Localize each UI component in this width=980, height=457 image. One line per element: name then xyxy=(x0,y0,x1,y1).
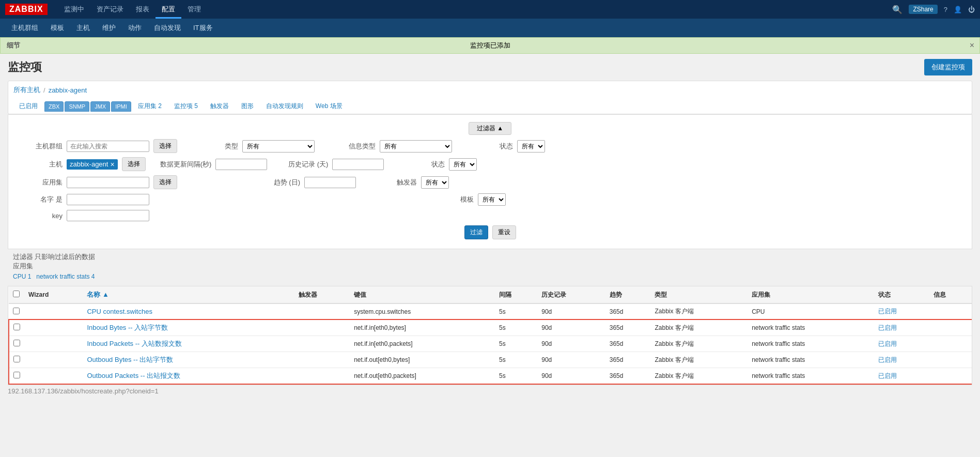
filter-type-select[interactable]: 所有 xyxy=(242,140,315,153)
tab-monitor-items[interactable]: 监控项 5 xyxy=(168,99,204,114)
filter-host-group-select-btn[interactable]: 选择 xyxy=(153,139,177,153)
td-info xyxy=(929,368,972,385)
tab-app-set[interactable]: 应用集 2 xyxy=(132,99,167,114)
th-type: 类型 xyxy=(650,286,748,303)
td-app-set: CPU xyxy=(748,303,874,319)
second-nav-maintenance[interactable]: 维护 xyxy=(96,19,122,37)
host-tag-label: zabbix-agent xyxy=(70,160,108,168)
th-name-link[interactable]: 名称 ▲ xyxy=(87,291,108,298)
filter-history-input[interactable] xyxy=(332,159,384,170)
td-wizard xyxy=(24,319,83,336)
footer-status: 192.168.137.136/zabbix/hostcreate.php?cl… xyxy=(8,385,972,397)
row-checkbox[interactable] xyxy=(13,356,20,362)
nav-item-assets[interactable]: 资产记录 xyxy=(90,0,130,19)
td-triggers xyxy=(294,352,350,368)
td-app-set: network traffic stats xyxy=(748,352,874,368)
item-name-link[interactable]: CPU contest.switches xyxy=(87,308,152,315)
search-icon[interactable]: 🔍 xyxy=(892,5,903,14)
nav-item-config[interactable]: 配置 xyxy=(155,0,181,19)
tab-autodiscover-rules[interactable]: 自动发现规则 xyxy=(260,99,309,114)
row-checkbox[interactable] xyxy=(13,372,20,378)
th-status: 状态 xyxy=(874,286,929,303)
td-wizard xyxy=(24,368,83,385)
filter-status-select[interactable]: 所有 xyxy=(517,140,545,153)
filter-status2-select[interactable]: 所有 xyxy=(449,158,477,171)
breadcrumb-all-hosts[interactable]: 所有主机 xyxy=(13,85,40,95)
td-trend: 365d xyxy=(605,303,651,319)
filter-submit-button[interactable]: 过滤 xyxy=(464,225,488,239)
filter-template-select[interactable]: 所有 xyxy=(478,193,506,206)
item-name-link[interactable]: Outboud Packets -- 出站报文数 xyxy=(87,372,180,379)
item-name-link[interactable]: Outboud Bytes -- 出站字节数 xyxy=(87,356,173,363)
create-monitor-button[interactable]: 创建监控项 xyxy=(924,59,972,75)
select-all-checkbox[interactable] xyxy=(13,291,20,297)
nav-item-reports[interactable]: 报表 xyxy=(130,0,155,19)
item-name-link[interactable]: Inboud Bytes -- 入站字节数 xyxy=(87,324,168,331)
breadcrumb-separator: / xyxy=(43,86,45,94)
breadcrumb-zabbix-agent[interactable]: zabbix-agent xyxy=(49,86,87,94)
applied-filter-app-label: 应用集 xyxy=(13,262,967,271)
table-row: Inboud Bytes -- 入站字节数 net.if.in[eth0,byt… xyxy=(9,319,972,336)
filter-row-2: 主机 zabbix-agent × 选择 数据更新间隔(秒) 历史记录 (天) … xyxy=(16,157,964,171)
row-checkbox[interactable] xyxy=(13,308,20,314)
second-nav-it-services[interactable]: IT服务 xyxy=(187,19,219,37)
tab-enabled[interactable]: 已启用 xyxy=(13,99,43,114)
table-wrapper: Wizard 名称 ▲ 触发器 键值 间隔 历史记录 趋势 类型 应用集 状态 … xyxy=(8,286,972,385)
filter-app-set-input[interactable] xyxy=(67,177,149,188)
tab-jmx[interactable]: JMX xyxy=(90,101,110,112)
td-name: CPU contest.switches xyxy=(83,303,294,319)
row-checkbox[interactable] xyxy=(13,340,20,346)
tab-web-scenarios[interactable]: Web 场景 xyxy=(310,99,348,114)
tab-graphs[interactable]: 图形 xyxy=(236,99,259,114)
td-app-set: network traffic stats xyxy=(748,368,874,385)
nav-item-monitor[interactable]: 监测中 xyxy=(58,0,90,19)
app-tag-network[interactable]: network traffic stats 4 xyxy=(36,273,95,280)
help-button[interactable]: ? xyxy=(944,6,947,13)
app-set-label: 应用集 xyxy=(13,262,33,270)
filter-toggle-button[interactable]: 过滤器 ▲ xyxy=(469,122,511,135)
second-nav-hosts[interactable]: 主机 xyxy=(70,19,96,37)
filter-info-type-select[interactable]: 所有 xyxy=(380,140,452,153)
filter-label-info-type: 信息类型 xyxy=(329,142,376,151)
td-interval: 5s xyxy=(495,319,537,336)
filter-reset-button[interactable]: 重设 xyxy=(492,225,516,239)
td-app-set: network traffic stats xyxy=(748,336,874,352)
filter-trigger-select[interactable]: 所有 xyxy=(421,176,449,189)
th-interval: 间隔 xyxy=(495,286,537,303)
zshare-button[interactable]: ZShare xyxy=(909,5,937,14)
second-nav-templates[interactable]: 模板 xyxy=(44,19,70,37)
filter-label-host: 主机 xyxy=(16,160,63,169)
tab-ipmi[interactable]: IPMI xyxy=(111,101,131,112)
filter-app-set-select-btn[interactable]: 选择 xyxy=(153,175,177,189)
items-table: Wizard 名称 ▲ 触发器 键值 间隔 历史记录 趋势 类型 应用集 状态 … xyxy=(8,286,972,385)
filter-name-input[interactable] xyxy=(67,194,149,205)
tab-snmp[interactable]: SNMP xyxy=(65,101,89,112)
nav-item-admin[interactable]: 管理 xyxy=(181,0,207,19)
td-type: Zabbix 客户端 xyxy=(650,352,748,368)
tab-zbx[interactable]: ZBX xyxy=(44,101,64,112)
second-nav-autodiscover[interactable]: 自动发现 xyxy=(148,19,187,37)
th-history: 历史记录 xyxy=(537,286,605,303)
td-key: system.cpu.switches xyxy=(350,303,495,319)
td-status: 已启用 xyxy=(874,319,929,336)
filter-host-select-btn[interactable]: 选择 xyxy=(122,157,146,171)
notification-message: 监控项已添加 xyxy=(470,41,510,50)
logout-icon[interactable]: ⏻ xyxy=(968,6,975,13)
notification-close-button[interactable]: × xyxy=(970,41,974,50)
td-history: 90d xyxy=(537,336,605,352)
filter-trend-input[interactable] xyxy=(304,177,356,188)
filter-host-group-input[interactable] xyxy=(67,141,149,152)
user-icon[interactable]: 👤 xyxy=(954,6,962,13)
tab-triggers[interactable]: 触发器 xyxy=(205,99,235,114)
filter-key-input[interactable] xyxy=(67,210,149,221)
second-nav-host-groups[interactable]: 主机群组 xyxy=(5,19,44,37)
filter-data-update-input[interactable] xyxy=(215,159,267,170)
second-nav-actions[interactable]: 动作 xyxy=(122,19,148,37)
th-checkbox xyxy=(9,286,24,303)
app-tag-cpu[interactable]: CPU 1 xyxy=(13,273,31,280)
td-name: Inboud Bytes -- 入站字节数 xyxy=(83,319,294,336)
item-name-link[interactable]: Inboud Packets -- 入站数报文数 xyxy=(87,340,182,347)
row-checkbox[interactable] xyxy=(13,324,20,330)
host-tag-remove[interactable]: × xyxy=(110,160,114,169)
filter-label-app-set: 应用集 xyxy=(16,178,63,187)
